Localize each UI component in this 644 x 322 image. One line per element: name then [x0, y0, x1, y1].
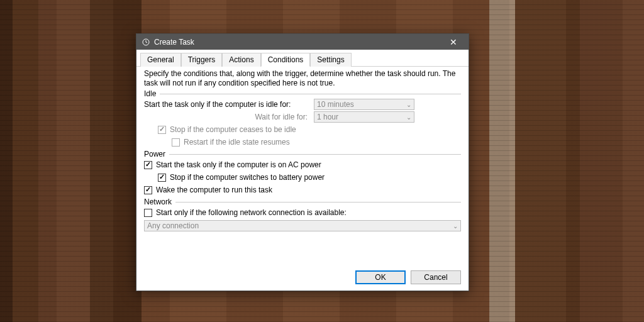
tab-content: Specify the conditions that, along with … [136, 67, 469, 265]
group-network-label: Network [144, 197, 172, 206]
label-wait-for-idle: Wait for idle for: [144, 113, 308, 121]
close-icon[interactable]: ✕ [441, 34, 466, 50]
app-icon [142, 38, 150, 47]
cancel-button[interactable]: Cancel [411, 270, 461, 284]
label-wake-to-run: Wake the computer to run this task [156, 186, 272, 194]
label-start-only-idle: Start the task only if the computer is i… [144, 100, 291, 109]
label-on-ac: Start the task only if the computer is o… [156, 160, 321, 169]
group-idle: Idle [144, 89, 461, 98]
chevron-down-icon: ⌄ [453, 223, 458, 230]
label-stop-on-battery: Stop if the computer switches to battery… [170, 173, 325, 182]
tab-actions[interactable]: Actions [222, 53, 260, 67]
select-network-connection[interactable]: Any connection ⌄ [144, 220, 461, 231]
tab-general[interactable]: General [140, 53, 181, 67]
titlebar: Create Task ✕ [136, 34, 469, 50]
tab-triggers[interactable]: Triggers [181, 53, 223, 67]
group-power: Power [144, 150, 461, 158]
group-idle-label: Idle [144, 89, 156, 98]
tabstrip: General Triggers Actions Conditions Sett… [136, 50, 469, 67]
select-idle-duration-value: 10 minutes [317, 100, 354, 109]
create-task-dialog: Create Task ✕ General Triggers Actions C… [136, 33, 469, 291]
checkbox-wake-to-run[interactable] [144, 186, 152, 194]
select-wait-duration[interactable]: 1 hour ⌄ [314, 111, 414, 123]
checkbox-stop-on-battery[interactable] [158, 174, 166, 182]
checkbox-network[interactable] [144, 209, 152, 217]
label-network: Start only if the following network conn… [156, 208, 347, 217]
checkbox-stop-if-ceases[interactable] [158, 126, 166, 134]
select-network-connection-value: Any connection [147, 221, 199, 230]
checkbox-restart-if-resumes[interactable] [172, 138, 180, 147]
dialog-footer: OK Cancel [136, 265, 469, 291]
chevron-down-icon: ⌄ [406, 101, 411, 108]
window-title: Create Task [154, 38, 441, 47]
tab-settings[interactable]: Settings [310, 53, 351, 67]
chevron-down-icon: ⌄ [406, 114, 411, 121]
group-power-label: Power [144, 150, 165, 158]
ok-button[interactable]: OK [355, 270, 406, 284]
label-stop-if-ceases: Stop if the computer ceases to be idle [170, 125, 296, 134]
checkbox-on-ac[interactable] [144, 161, 152, 169]
select-wait-duration-value: 1 hour [317, 113, 338, 121]
description-text: Specify the conditions that, along with … [144, 69, 461, 88]
tab-conditions[interactable]: Conditions [261, 53, 311, 67]
label-restart-if-resumes: Restart if the idle state resumes [184, 138, 290, 147]
group-network: Network [144, 197, 461, 206]
select-idle-duration[interactable]: 10 minutes ⌄ [314, 99, 414, 110]
